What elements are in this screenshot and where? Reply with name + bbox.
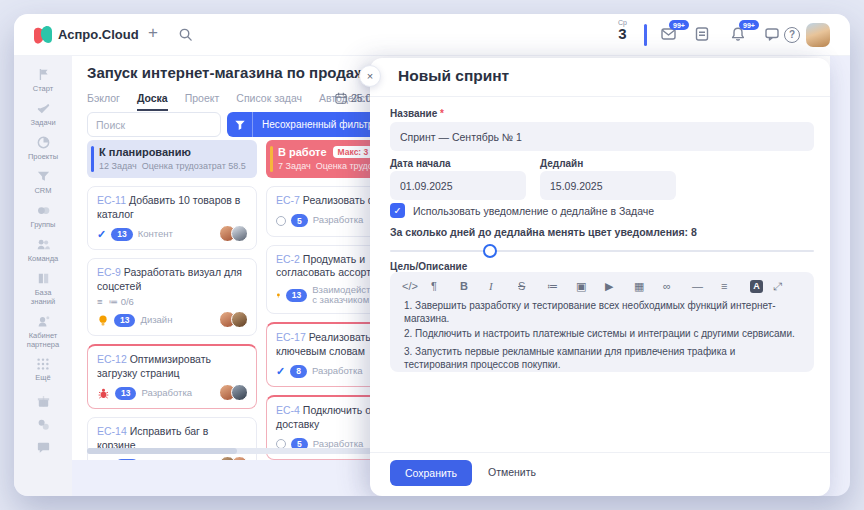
start-date-label: Дата начала [390, 158, 451, 169]
image-icon[interactable]: ▣ [576, 280, 605, 293]
task-card-overdue[interactable]: EC-12 Оптимизировать загрузку страниц 13… [87, 344, 257, 409]
video-icon[interactable]: ▶ [605, 280, 634, 293]
task-id: EC-7 [276, 194, 300, 206]
tab-backlog[interactable]: Бэклог [87, 92, 120, 111]
notes-button[interactable] [694, 26, 714, 44]
sidebar-item-knowledge-base[interactable]: База знаний [15, 271, 71, 306]
goal-item: 3. Запустить первые рекламные кампании д… [404, 345, 800, 371]
slider-handle[interactable] [483, 244, 497, 258]
align-icon[interactable]: ≡ [721, 280, 750, 292]
divider [370, 96, 830, 97]
sidebar-item-projects[interactable]: Проекты [15, 135, 71, 161]
points-badge: 13 [114, 314, 135, 327]
assignee-avatars [219, 311, 248, 328]
bold-icon[interactable]: B [460, 280, 489, 292]
tab-task-list[interactable]: Список задач [236, 92, 302, 111]
save-button[interactable]: Сохранить [390, 460, 472, 486]
sidebar-item-start[interactable]: Старт [15, 67, 71, 93]
new-sprint-drawer: × Новый спринт Название * Дата начала Де… [370, 58, 830, 496]
horizontal-rule-icon[interactable]: — [692, 280, 721, 292]
required-mark: * [440, 108, 444, 119]
text-color-icon[interactable]: A [750, 279, 763, 293]
close-icon[interactable]: × [359, 65, 381, 87]
sidebar-item-more[interactable]: Ещё [15, 357, 71, 382]
sidebar-label: Кабинет партнера [22, 331, 64, 349]
sidebar-label: Старт [33, 84, 53, 93]
tasks-check-icon [36, 101, 51, 116]
column-task-count: 12 Задач [99, 161, 137, 171]
brand-name: Аспро.Cloud [58, 27, 139, 42]
create-button[interactable]: + [148, 23, 158, 43]
sidebar-item-feedback[interactable] [15, 440, 71, 455]
paragraph-icon[interactable]: ¶ [431, 280, 460, 292]
sidebar-item-partner-cabinet[interactable]: Кабинет партнера [15, 314, 71, 349]
tab-project[interactable]: Проект [185, 92, 220, 111]
task-card[interactable]: EC-9 Разработать визуал для соцсетей ≡ ≔… [87, 258, 257, 336]
strikethrough-icon[interactable]: S [518, 280, 547, 292]
goal-item: 2. Подключить и настроить платежные сист… [404, 327, 800, 340]
task-card[interactable]: EC-11 Добавить 10 товаров в каталог ✓ 13… [87, 186, 257, 250]
task-id: EC-12 [97, 353, 127, 365]
left-sidebar: Старт Задачи Проекты CRM Группы Команда … [14, 56, 72, 496]
help-button[interactable]: ? [784, 27, 804, 45]
navbar-divider [644, 24, 647, 46]
sidebar-item-tasks[interactable]: Задачи [15, 101, 71, 127]
wip-limit-badge: Макс: 3 [333, 146, 374, 158]
chat-button[interactable] [764, 26, 784, 44]
column-header[interactable]: К планированию 12 Задач Оценка трудозатр… [87, 140, 257, 178]
points-badge: 13 [111, 228, 132, 241]
rich-text-editor[interactable]: </> ¶ B I S ≔ ▣ ▶ ▦ ∞ — ≡ A ⤢ 1. Заверши… [390, 272, 814, 372]
sidebar-label: CRM [34, 186, 51, 195]
start-icon [36, 67, 51, 82]
editor-content[interactable]: 1. Завершить разработку и тестирование в… [390, 295, 814, 372]
filter-button[interactable] [227, 112, 253, 137]
filter-label: Несохраненный фильтр [262, 119, 373, 130]
link-icon[interactable]: ∞ [663, 280, 692, 292]
sidebar-label: Команда [28, 254, 59, 263]
list-icon[interactable]: ≔ [547, 280, 576, 293]
footer-divider [370, 452, 830, 453]
start-date-input[interactable] [390, 171, 526, 200]
feedback-bubble-icon [36, 440, 51, 455]
sprint-name-input[interactable] [390, 122, 814, 151]
search-input[interactable] [87, 112, 221, 137]
slider-label: За сколько дней до дедлайна менять цвет … [390, 226, 697, 238]
sidebar-item-groups[interactable]: Группы [15, 203, 71, 229]
app-logo-icon[interactable] [34, 26, 52, 44]
italic-icon[interactable]: I [489, 280, 518, 292]
user-avatar[interactable] [806, 23, 830, 47]
task-tag: Разработка [312, 366, 363, 377]
task-id: EC-17 [276, 331, 306, 343]
column-name: К планированию [99, 146, 191, 158]
projects-icon [36, 135, 51, 150]
notifications-button[interactable]: 99+ [730, 26, 750, 44]
days-slider[interactable] [390, 250, 814, 252]
idea-bulb-icon [276, 289, 281, 302]
avatar [231, 384, 248, 401]
inbox-button[interactable]: 99+ [660, 26, 680, 44]
search-icon[interactable] [178, 27, 193, 42]
checkbox-checked[interactable]: ✓ [390, 203, 405, 218]
status-done-icon: ✓ [97, 228, 106, 241]
points-badge: 13 [115, 387, 136, 400]
assignee-avatars [219, 456, 248, 460]
deadline-input[interactable] [540, 171, 676, 200]
bug-icon [97, 387, 110, 400]
editor-toolbar: </> ¶ B I S ≔ ▣ ▶ ▦ ∞ — ≡ A ⤢ [390, 272, 814, 295]
note-icon [694, 26, 710, 42]
idea-bulb-icon [97, 314, 109, 327]
tab-board[interactable]: Доска [137, 92, 168, 111]
sidebar-item-gift[interactable] [15, 394, 71, 409]
calendar-icon [335, 92, 347, 104]
sidebar-item-crm[interactable]: CRM [15, 169, 71, 195]
description-label: Цель/Описание [390, 261, 467, 272]
code-icon[interactable]: </> [402, 280, 431, 292]
sidebar-item-integrations[interactable] [15, 417, 71, 432]
sidebar-item-team[interactable]: Команда [15, 237, 71, 263]
column-estimate: Оценка трудозатрат 58.5 [142, 161, 246, 171]
cancel-button[interactable]: Отменить [488, 466, 536, 478]
fullscreen-icon[interactable]: ⤢ [773, 280, 802, 293]
table-icon[interactable]: ▦ [634, 280, 663, 293]
calendar-date-widget[interactable]: Ср 3 [618, 19, 627, 41]
scrollbar-thumb[interactable] [87, 448, 237, 454]
